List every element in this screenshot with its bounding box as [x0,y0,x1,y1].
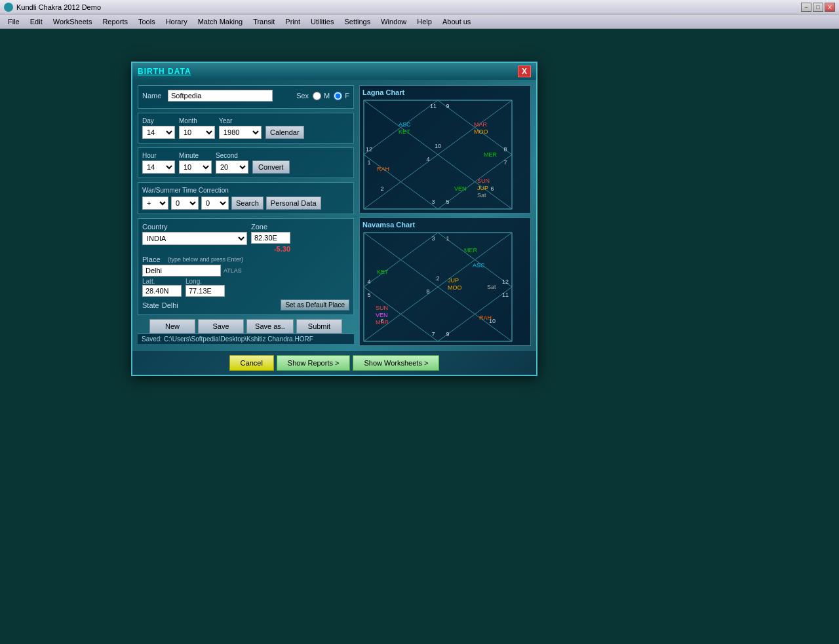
wst-num1-select[interactable]: 0 [171,197,199,210]
show-reports-button[interactable]: Show Reports > [277,355,351,371]
latt-long-row: Latt. Long. [142,278,349,297]
menu-help[interactable]: Help [412,16,437,27]
year-select[interactable]: 1980 [219,126,262,139]
place-input[interactable] [142,265,221,276]
menu-edit[interactable]: Edit [25,16,48,27]
svg-text:8: 8 [426,288,429,295]
lagna-chart-svg: 11 9 12 8 1 7 4 3 5 2 6 10 [362,99,513,210]
male-label: M [324,92,330,100]
state-label: State [142,301,159,309]
app-title: Kundli Chakra 2012 Demo [16,3,101,11]
dialog-close-button[interactable]: X [518,66,531,77]
svg-text:MAR: MAR [474,121,488,128]
menu-print[interactable]: Print [280,16,305,27]
dialog-title-bar: BIRTH DATA X [132,63,536,80]
state-value: Delhi [162,301,178,309]
save-as-button[interactable]: Save as.. [246,319,294,333]
menu-worksheets[interactable]: WorkSheets [48,16,98,27]
birth-data-dialog: BIRTH DATA X Name Sex M [131,62,537,376]
wst-num2-select[interactable]: 0 [201,197,229,210]
svg-text:3: 3 [431,235,435,242]
new-button[interactable]: New [149,319,195,333]
long-label: Long. [185,278,225,285]
svg-text:9: 9 [446,331,449,337]
country-select[interactable]: INDIA [142,232,247,245]
sex-radio-female[interactable] [334,92,342,100]
navamsa-chart-box: Navamsa Chart [359,218,531,346]
svg-text:MOO: MOO [448,284,462,291]
menu-utilities[interactable]: Utilities [305,16,339,27]
navamsa-chart-svg: 3 1 4 12 5 11 8 7 9 6 10 2 [362,231,513,343]
svg-text:7: 7 [503,159,507,166]
time-row: Hour 14 Minute 10 Second [142,152,349,174]
latt-input[interactable] [142,285,182,297]
menu-window[interactable]: Window [376,16,412,27]
calendar-button[interactable]: Calendar [265,126,304,139]
name-input[interactable] [168,90,273,102]
svg-text:MAR: MAR [376,319,389,326]
svg-text:VEN: VEN [454,185,467,192]
long-input[interactable] [185,285,225,297]
menu-reports[interactable]: Reports [97,16,133,27]
search-button[interactable]: Search [231,197,263,210]
day-select[interactable]: 14 [142,126,175,139]
sex-radio-male[interactable] [313,92,321,100]
svg-text:Sat: Sat [477,192,486,199]
menu-matchmaking[interactable]: Match Making [193,16,248,27]
status-bar: Saved: C:\Users\Softpedia\Desktop\Kshiti… [138,333,354,344]
hour-select[interactable]: 14 [142,161,175,174]
place-sub-label: (type below and press Enter) [168,256,243,263]
maximize-button[interactable]: □ [813,3,823,12]
name-label: Name [142,92,165,100]
menu-tools[interactable]: Tools [133,16,161,27]
convert-button[interactable]: Convert [252,161,290,174]
second-select[interactable]: 20 [216,161,248,174]
dialog-content: Name Sex M F [132,80,536,351]
charts-panel: Lagna Chart [359,85,531,346]
sex-label: Sex [296,92,309,100]
name-sex-section: Name Sex M F [138,85,354,109]
minute-group: Minute 10 [179,152,212,174]
day-group: Day 14 [142,117,175,139]
close-button[interactable]: X [825,3,835,12]
menu-aboutus[interactable]: About us [437,16,476,27]
month-select[interactable]: 10 [179,126,215,139]
svg-text:MER: MER [464,247,478,254]
title-bar: Kundli Chakra 2012 Demo − □ X [0,0,839,14]
show-worksheets-button[interactable]: Show Worksheets > [353,355,439,371]
hour-group: Hour 14 [142,152,175,174]
minimize-button[interactable]: − [801,3,811,12]
personal-data-button[interactable]: Personal Data [266,197,321,210]
menu-transit[interactable]: Transit [248,16,280,27]
country-zone-row: Country INDIA Zone -5.30 [142,223,349,253]
time-section: Hour 14 Minute 10 Second [138,147,354,178]
svg-text:12: 12 [502,278,509,285]
year-group: Year 1980 [219,117,262,139]
dialog-title: BIRTH DATA [138,67,191,76]
window-controls: − □ X [801,3,835,12]
navamsa-chart-title: Navamsa Chart [362,221,528,229]
cancel-button[interactable]: Cancel [229,355,274,371]
svg-text:1: 1 [446,235,449,242]
wst-row: War/Summer Time Correction [142,187,349,194]
default-place-button[interactable]: Set as Default Place [281,299,349,311]
day-label: Day [142,117,175,124]
svg-text:6: 6 [490,185,494,192]
submit-button[interactable]: Submit [296,319,342,333]
sex-radio-m: M [313,92,330,100]
lagna-chart-box: Lagna Chart [359,85,531,214]
svg-text:4: 4 [367,278,370,285]
birth-form: Name Sex M F [138,85,354,346]
menu-bar: File Edit WorkSheets Reports Tools Horar… [0,14,839,29]
lagna-chart-svg-container: 11 9 12 8 1 7 4 3 5 2 6 10 [362,99,513,210]
menu-horary[interactable]: Horary [161,16,193,27]
menu-settings[interactable]: Settings [339,16,376,27]
menu-file[interactable]: File [3,16,25,27]
svg-text:5: 5 [446,199,449,205]
month-group: Month 10 [179,117,215,139]
svg-text:3: 3 [431,199,435,205]
save-button[interactable]: Save [198,319,244,333]
minute-select[interactable]: 10 [179,161,212,174]
wst-sign-select[interactable]: + - [142,197,168,210]
zone-input[interactable] [251,232,290,244]
